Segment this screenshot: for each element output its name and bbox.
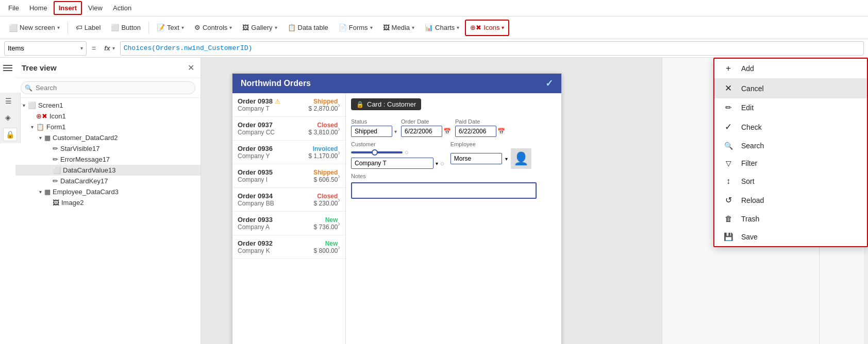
menu-action[interactable]: Action: [109, 2, 136, 14]
dropdown-item-edit[interactable]: ✏ Edit: [714, 98, 867, 117]
tree-node-datacardkey17[interactable]: ✏ DataCardKey17: [15, 176, 201, 186]
paid-date-input[interactable]: [455, 126, 496, 137]
paid-date-calendar-icon[interactable]: 📅: [497, 128, 505, 135]
tree-header: Tree view ✕: [15, 58, 201, 78]
new-screen-button[interactable]: ⬜ New screen ▾: [4, 20, 64, 36]
forms-chevron: ▾: [370, 25, 373, 30]
order-date-input[interactable]: [401, 126, 442, 137]
dropdown-item-save[interactable]: 💾 Save: [714, 228, 867, 246]
starvisible17-icon: ✏: [53, 145, 58, 152]
dropdown-item-search[interactable]: 🔍 Search: [714, 137, 867, 154]
status-dropdown-btn[interactable]: ▾: [394, 129, 397, 134]
dropdown-item-sort[interactable]: ↕ Sort: [714, 172, 867, 191]
order-item-0935[interactable]: Order 0935 Shipped Company I $ 606.50 ›: [232, 164, 345, 188]
form1-icon: 📋: [36, 123, 44, 131]
formula-input[interactable]: [120, 41, 864, 56]
order-0932-arrow: ›: [338, 243, 340, 251]
status-field-group: Status ▾: [351, 118, 397, 137]
tree-node-image2[interactable]: 🖼 Image2: [15, 197, 201, 208]
app-canvas: Northwind Orders ✓ Order 0938 ⚠ Shipped: [232, 73, 562, 344]
text-button[interactable]: 📝 Text ▾: [152, 20, 189, 36]
dropdown-item-reload[interactable]: ↺ Reload: [714, 191, 867, 210]
tree-node-errormessage17[interactable]: ✏ ErrorMessage17: [15, 154, 201, 165]
app-header-check-icon: ✓: [545, 78, 553, 89]
slider-thumb[interactable]: [372, 149, 378, 156]
starvisible17-label: StarVisible17: [60, 145, 196, 152]
dropdown-item-filter[interactable]: ▽ Filter: [714, 154, 867, 172]
employee-select[interactable]: [450, 153, 502, 164]
tree-node-employee-datacard3[interactable]: ▾ ▦ Employee_DataCard3: [15, 186, 201, 197]
new-screen-chevron: ▾: [57, 25, 60, 30]
toolbar: ⬜ New screen ▾ 🏷 Label ⬜ Button 📝 Text ▾…: [0, 16, 868, 39]
tree-search-input[interactable]: [21, 81, 195, 94]
formula-selector[interactable]: Items ▾: [4, 41, 87, 56]
button-button[interactable]: ⬜ Button: [106, 20, 145, 36]
tree-node-form1[interactable]: ▾ 📋 Form1: [15, 122, 201, 132]
tree-node-starvisible17[interactable]: ✏ StarVisible17: [15, 143, 201, 154]
label-button[interactable]: 🏷 Label: [71, 20, 106, 36]
tree-node-datacardvalue13[interactable]: ⬜ DataCardValue13: [15, 165, 201, 176]
search-label: Search: [741, 142, 764, 150]
screen1-label: Screen1: [38, 101, 196, 109]
icons-button[interactable]: ⊕✖ Icons ▾: [465, 20, 509, 36]
employee-dropdown-btn[interactable]: ▾: [505, 156, 508, 162]
notes-label: Notes: [351, 173, 556, 179]
sidebar-panel-icon-1[interactable]: ☰: [3, 95, 17, 107]
cancel-icon: ✕: [723, 83, 734, 94]
notes-input[interactable]: [351, 182, 537, 199]
order-item-0936[interactable]: Order 0936 Invoiced Company Y $ 1,170.00…: [232, 141, 345, 164]
data-table-button[interactable]: 📋 Data table: [283, 20, 333, 36]
sidebar-panel-icon-3[interactable]: 🔒: [3, 128, 17, 141]
slider-track: [351, 151, 403, 153]
check-label: Check: [741, 123, 762, 131]
media-button[interactable]: 🖼 Media ▾: [378, 20, 419, 36]
gallery-button[interactable]: 🖼 Gallery ▾: [238, 20, 281, 36]
datacardvalue13-label: DataCardValue13: [63, 166, 196, 174]
order-0933-id: Order 0933: [238, 216, 273, 223]
charts-icon: 📊: [425, 24, 433, 31]
menu-file[interactable]: File: [4, 2, 23, 14]
formula-selector-chevron: ▾: [80, 45, 83, 51]
dropdown-item-add[interactable]: + Add: [714, 59, 867, 78]
expand-form1[interactable]: ▾: [28, 124, 36, 130]
tree-node-screen1[interactable]: ▾ ⬜ Screen1: [15, 100, 201, 111]
menu-view[interactable]: View: [84, 2, 107, 14]
order-item-0933[interactable]: Order 0933 New Company A $ 736.00 ›: [232, 212, 345, 235]
sidebar-panel-icon-2[interactable]: ◈: [3, 111, 17, 124]
formula-fx[interactable]: fx ▾: [101, 43, 118, 53]
edit-label: Edit: [741, 104, 754, 112]
circle-icon-1: ○: [405, 148, 409, 156]
customer-input[interactable]: [351, 158, 433, 169]
order-item-0932[interactable]: Order 0932 New Company K $ 800.00 ›: [232, 235, 345, 259]
hamburger-line-2: [3, 67, 12, 68]
tree-node-customer-datacard2[interactable]: ▾ ▦ Customer_DataCard2: [15, 132, 201, 143]
expand-screen1[interactable]: ▾: [20, 102, 28, 108]
text-icon: 📝: [157, 24, 165, 31]
order-item-0937[interactable]: Order 0937 Closed Company CC $ 3,810.00 …: [232, 117, 345, 141]
hamburger-menu[interactable]: [0, 62, 15, 74]
customer-dropdown-btn[interactable]: ▾: [436, 161, 438, 166]
status-dropdown[interactable]: [351, 126, 392, 137]
order-item-0934[interactable]: Order 0934 Closed Company BB $ 230.00 ›: [232, 188, 345, 212]
forms-button[interactable]: 📄 Forms ▾: [334, 20, 377, 36]
tree-node-icon1[interactable]: ⊕✖ Icon1: [15, 111, 201, 122]
order-0934-id: Order 0934: [238, 192, 273, 200]
card-tooltip: 🔒 Card : Customer: [351, 98, 421, 110]
app-title: Northwind Orders: [241, 79, 311, 88]
menu-insert[interactable]: Insert: [54, 1, 82, 15]
add-icon: +: [723, 63, 734, 74]
charts-button[interactable]: 📊 Charts ▾: [420, 20, 464, 36]
expand-customer-datacard2[interactable]: ▾: [36, 135, 44, 141]
formula-fx-chevron: ▾: [112, 45, 115, 51]
menu-home[interactable]: Home: [25, 2, 52, 14]
dropdown-item-trash[interactable]: 🗑 Trash: [714, 210, 867, 228]
controls-button[interactable]: ⚙ Controls ▾: [190, 20, 237, 36]
order-date-calendar-icon[interactable]: 📅: [443, 128, 451, 135]
detail-panel: 🔒 Card : Customer Status ▾: [346, 93, 561, 344]
tree-close-icon[interactable]: ✕: [188, 63, 194, 73]
tree-search-wrap: 🔍: [21, 81, 195, 94]
expand-employee-datacard3[interactable]: ▾: [36, 189, 44, 195]
dropdown-item-cancel[interactable]: ✕ Cancel: [714, 78, 867, 98]
dropdown-item-check[interactable]: ✓ Check: [714, 117, 867, 137]
order-item-0938[interactable]: Order 0938 ⚠ Shipped Company T $ 2,870.0…: [232, 93, 345, 117]
